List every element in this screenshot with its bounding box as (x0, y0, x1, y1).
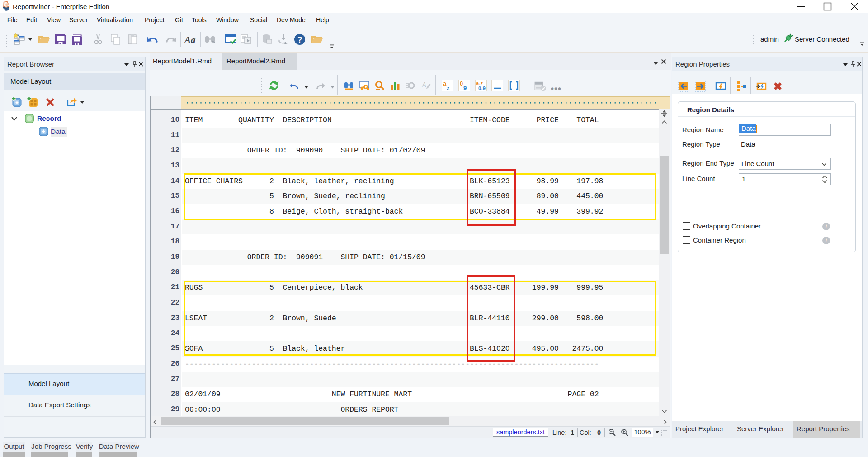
svg-text:?: ? (297, 35, 302, 44)
svg-text:A: A (421, 81, 426, 89)
svg-text:z: z (447, 85, 450, 91)
svg-text:9: 9 (463, 85, 467, 91)
svg-text:a: a (443, 80, 447, 87)
svg-text:0-9: 0-9 (478, 86, 486, 91)
svg-text:0: 0 (460, 80, 463, 87)
